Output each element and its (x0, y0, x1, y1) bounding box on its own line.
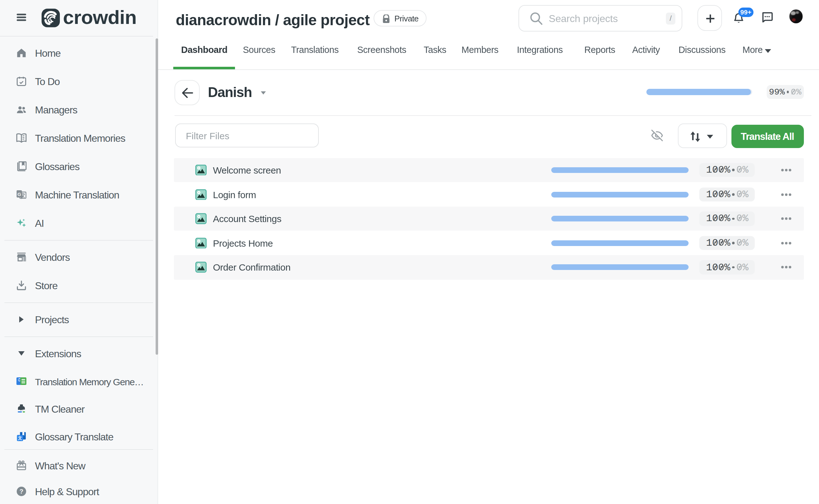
svg-text:文: 文 (18, 435, 22, 440)
svg-text:G: G (18, 191, 21, 197)
svg-text:?: ? (20, 488, 23, 495)
